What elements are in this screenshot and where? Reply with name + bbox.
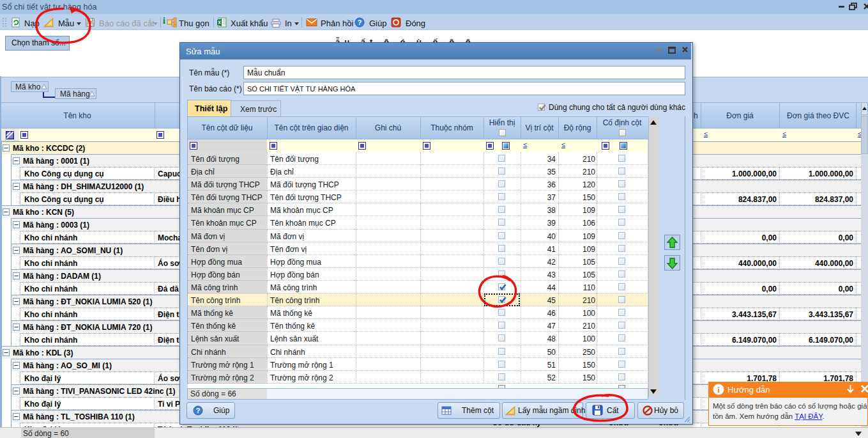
svg-text:?: ? — [196, 407, 201, 414]
svg-text:?: ? — [358, 19, 362, 26]
svg-text:i: i — [717, 385, 720, 395]
